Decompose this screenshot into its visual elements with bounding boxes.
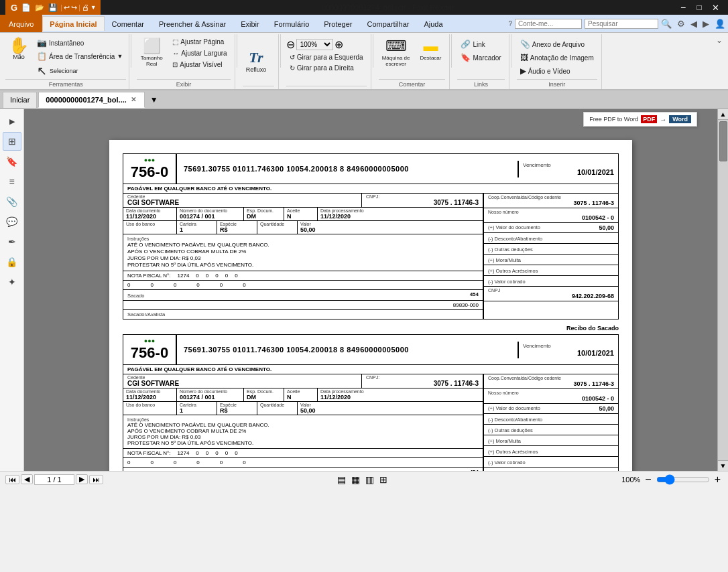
sacado-row: Sacado 454	[123, 290, 483, 301]
tab-iniciar[interactable]: Iniciar	[3, 92, 37, 108]
nav-first[interactable]: ⏮	[5, 475, 19, 484]
nav-prev[interactable]: ◀	[21, 474, 33, 484]
nota-fiscal-val: 1274	[178, 273, 190, 279]
zoom-select[interactable]: 100% 75% 125% 150% 200%	[296, 39, 333, 50]
zoom-controls-bottom: 100% − +	[621, 474, 723, 486]
tab-arquivo[interactable]: Arquivo	[0, 15, 42, 32]
btn-area-transferencia[interactable]: 📋 Área de Transferência ▼	[34, 50, 126, 62]
mao-label: Mão	[13, 54, 25, 60]
tab-formulario[interactable]: Formulário	[267, 16, 317, 31]
sidebar-expand[interactable]: ▶	[3, 112, 21, 131]
btn-ajustar-pagina[interactable]: ⬚ Ajustar Página	[169, 37, 230, 47]
converter-banner[interactable]: Free PDF to Word PDF → Word	[583, 112, 697, 127]
link-icon: 🔗	[461, 40, 471, 49]
right-col-2: Coop.Conventalda/Código cedente 3075 . 1…	[484, 374, 618, 471]
zoom-level-label: 100%	[621, 476, 640, 484]
btn-destacar[interactable]: ▬ Destacar	[416, 35, 445, 63]
btn-tamanho-real[interactable]: ⬜ TamanhoReal	[137, 35, 166, 69]
right-panel[interactable]: ▲ ▼	[717, 109, 728, 471]
ribbon-search[interactable]	[585, 19, 658, 29]
group-links: 🔗 Link 🔖 Marcador Links	[453, 34, 509, 89]
ajustar-larg-icon: ↔	[172, 50, 179, 57]
qa-undo[interactable]: ↩	[64, 3, 70, 12]
sacador-lbl: Sacador/Avalista	[127, 311, 165, 317]
window-controls[interactable]: − □ ✕	[676, 1, 723, 13]
nav-last[interactable]: ⏭	[89, 475, 103, 484]
btn-instantaneo[interactable]: 📷 Instantâneo	[34, 37, 126, 49]
qtd-val	[260, 226, 294, 233]
zoom-in-btn[interactable]: ⊕	[335, 38, 343, 51]
view-single-icon[interactable]: ▤	[336, 474, 347, 485]
tab-doc1[interactable]: 00000000001274_bol.... ✕	[38, 92, 144, 108]
outros-acr-row: (+) Outros Acréscimos	[484, 265, 618, 276]
btn-ajustar-visivel[interactable]: ⊡ Ajustar Visível	[169, 60, 230, 70]
group-ferramentas: ✋ Mão 📷 Instantâneo 📋 Área de Transferên…	[3, 34, 129, 89]
sidebar-attachments[interactable]: 📎	[3, 192, 21, 211]
zoom-out-icon[interactable]: −	[643, 474, 653, 486]
btn-ajustar-largura[interactable]: ↔ Ajustar Largura	[169, 48, 230, 58]
links-label: Links	[457, 79, 504, 88]
scroll-down-btn[interactable]: ▼	[718, 460, 729, 471]
nav-forward[interactable]: ▶	[700, 19, 712, 29]
scrollbar-thumb[interactable]	[719, 121, 727, 161]
tab-compartilhar[interactable]: Compartilhar	[359, 16, 416, 31]
win-maximize[interactable]: □	[692, 1, 707, 13]
zoom-out-btn[interactable]: ⊖	[286, 38, 295, 51]
nav-next[interactable]: ▶	[76, 474, 88, 484]
sidebar-stamp[interactable]: ✦	[3, 273, 21, 291]
user-icon[interactable]: 👤	[712, 19, 728, 29]
settings-icon[interactable]: ⚙	[674, 19, 688, 29]
page-number-input[interactable]	[34, 474, 74, 485]
dropdown-arrow[interactable]: ▼	[117, 53, 123, 60]
btn-selecionar[interactable]: ↖ Selecionar	[34, 64, 126, 78]
sidebar-thumbs[interactable]: ⊞	[3, 132, 21, 151]
scroll-up-btn[interactable]: ▲	[718, 109, 729, 120]
btn-girar-esq[interactable]: ↺ Girar para a Esquerda	[286, 52, 367, 62]
tab-pagina-inicial[interactable]: Página Inicial	[42, 16, 104, 31]
qa-new[interactable]: 📄	[20, 3, 32, 12]
qa-dropdown[interactable]: ▼	[90, 4, 97, 11]
nav-back[interactable]: ◀	[688, 19, 700, 29]
sidebar-sign[interactable]: ✒	[3, 232, 21, 251]
tab-ajuda[interactable]: Ajuda	[416, 16, 450, 31]
btn-mao[interactable]: ✋ Mão	[5, 35, 32, 62]
search-icon[interactable]: 🔍	[658, 19, 674, 29]
qa-open[interactable]: 📂	[34, 3, 46, 12]
zoom-label	[286, 86, 367, 88]
btn-anexo-arquivo[interactable]: 📎 Anexo de Arquivo	[517, 38, 597, 50]
pdf-area[interactable]: Free PDF to Word PDF → Word ●●● 756-0 75…	[24, 109, 717, 471]
view-grid-icon[interactable]: ▦	[350, 474, 361, 485]
zoom-in-icon[interactable]: +	[713, 474, 723, 486]
btn-anotacao-imagem[interactable]: 🖼 Anotação de Imagem	[517, 52, 597, 64]
tab-doc1-close[interactable]: ✕	[129, 96, 137, 103]
btn-marcador[interactable]: 🔖 Marcador	[457, 52, 504, 64]
win-minimize[interactable]: −	[676, 1, 690, 13]
tab-exibir[interactable]: Exibir	[233, 16, 267, 31]
btn-link[interactable]: 🔗 Link	[457, 38, 504, 50]
btn-girar-dir[interactable]: ↻ Girar para a Direita	[286, 63, 367, 73]
sidebar-comments[interactable]: 💬	[3, 212, 21, 231]
qa-print[interactable]: 🖨	[82, 3, 89, 11]
view-two-icon[interactable]: ▥	[364, 474, 375, 485]
sidebar-bookmarks[interactable]: 🔖	[3, 152, 21, 171]
ribbon-expand-btn[interactable]: ⌄	[713, 34, 725, 46]
zoom-slider[interactable]	[656, 474, 710, 485]
btn-maquina-escrever[interactable]: ⌨ Máquina deescrever	[379, 35, 414, 69]
sidebar-security[interactable]: 🔒	[3, 253, 21, 271]
uso-banco-lbl: Uso do banco	[126, 222, 174, 226]
btn-refluxo[interactable]: Tr Refluxo	[243, 47, 270, 75]
tab-comentar[interactable]: Comentar	[105, 16, 151, 31]
tab-proteger[interactable]: Proteger	[316, 16, 359, 31]
view-four-icon[interactable]: ⊞	[378, 474, 389, 485]
btn-audio-video[interactable]: ▶ Áudio e Vídeo	[517, 65, 597, 77]
document-tabs: Iniciar 00000000001274_bol.... ✕ ▼	[0, 90, 728, 109]
qa-redo[interactable]: ↪	[71, 3, 77, 12]
conteme-search[interactable]	[515, 19, 582, 29]
tab-preencher[interactable]: Preencher & Assinar	[151, 16, 233, 31]
quickaccess-icons[interactable]: G 📄 📂 💾 | ↩ ↪ | 🖨 ▼	[5, 0, 101, 15]
win-close[interactable]: ✕	[708, 1, 723, 13]
sidebar-layers[interactable]: ≡	[3, 172, 21, 191]
qa-save[interactable]: 💾	[47, 3, 59, 12]
scrollbar-track[interactable]	[718, 120, 729, 460]
tab-dropdown[interactable]: ▼	[146, 94, 162, 106]
